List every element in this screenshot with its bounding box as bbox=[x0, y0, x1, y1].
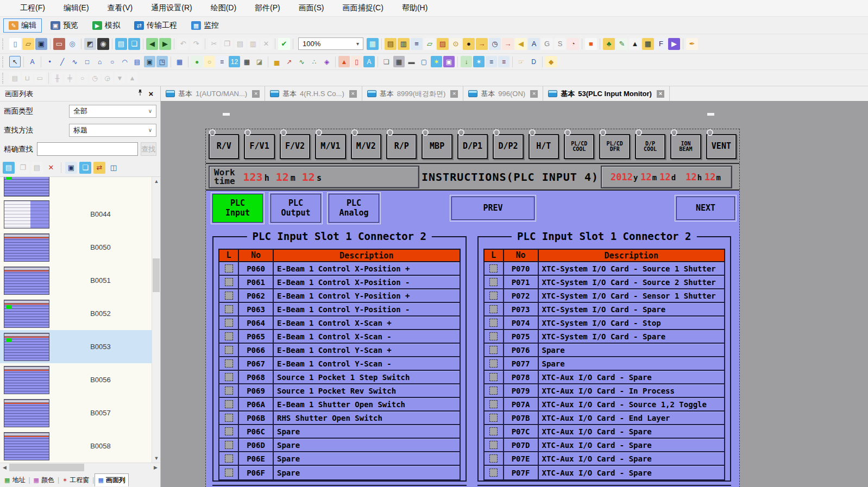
screen-property-icon[interactable]: ⇄ bbox=[93, 162, 105, 174]
screen-network-icon[interactable]: ◫ bbox=[108, 162, 119, 174]
io-row-p067[interactable]: P067E-Beam 1 Control Y-Scan - bbox=[219, 357, 460, 371]
screen-list-item-b0056[interactable]: B0056 bbox=[0, 363, 152, 396]
design-button-d-p[interactable]: D/P COOL bbox=[635, 134, 665, 159]
screen-title-text[interactable]: INSTRUCTIONS(PLC INPUT 4) bbox=[419, 170, 601, 184]
search-button[interactable]: 查找 bbox=[141, 142, 156, 156]
toolbar-grip[interactable] bbox=[2, 39, 6, 49]
meter-part-icon[interactable]: ◈ bbox=[321, 56, 332, 67]
io-row-p079[interactable]: P079XTC-Aux I/O Card - In Process bbox=[485, 384, 725, 398]
csv-icon[interactable]: ▱ bbox=[424, 38, 436, 50]
io-row-p062[interactable]: P062E-Beam 1 Control Y-Position + bbox=[219, 289, 460, 303]
date-display-icon[interactable]: 12 bbox=[229, 56, 240, 67]
camera-icon[interactable]: ◉ bbox=[97, 38, 109, 50]
remote-monitor-icon[interactable]: ▢ bbox=[418, 56, 430, 67]
gesture-icon[interactable]: → bbox=[502, 38, 514, 50]
alarm-part-icon[interactable]: ▲ bbox=[338, 56, 350, 67]
lamp-indicator[interactable] bbox=[489, 305, 498, 313]
design-button-f-v2[interactable]: F/V2 bbox=[280, 134, 310, 159]
lamp-indicator[interactable] bbox=[489, 278, 498, 286]
operation-icon[interactable]: → bbox=[476, 38, 488, 50]
screen-tab-996[interactable]: 基本996(ON)× bbox=[463, 86, 543, 101]
io-row-p07c[interactable]: P07CXTC-Aux I/O Card - Spare bbox=[485, 425, 725, 439]
lamp-part-icon[interactable]: ○ bbox=[204, 56, 215, 67]
recipe-part-icon[interactable]: ≡ bbox=[216, 56, 228, 67]
menu-item-帮助H[interactable]: 帮助(H) bbox=[393, 3, 437, 13]
io-row-p069[interactable]: P069Source 1 Pocket Rev Switch bbox=[219, 384, 460, 398]
bar-graph-icon[interactable]: ▅ bbox=[271, 56, 282, 67]
design-button-h-t[interactable]: H/T bbox=[529, 134, 559, 159]
image-tool-icon[interactable]: ▣ bbox=[144, 56, 155, 67]
text-display-icon[interactable]: A bbox=[363, 56, 375, 67]
switch-part-icon[interactable]: ● bbox=[191, 56, 203, 67]
io-row-p06e[interactable]: P06ESpare bbox=[219, 452, 460, 466]
io-row-p064[interactable]: P064E-Beam 1 Control X-Scan + bbox=[219, 317, 460, 330]
preview-screen-icon[interactable]: ▣ bbox=[65, 162, 77, 174]
plc-analog-button[interactable]: PLC Analog bbox=[329, 194, 379, 223]
io-row-p07e[interactable]: P07EXTC-Aux I/O Card - Spare bbox=[485, 452, 725, 466]
flag-icon[interactable]: ✒ bbox=[686, 38, 698, 50]
env-tree-icon[interactable]: ♣ bbox=[603, 38, 615, 50]
screen-list-item-b0058[interactable]: B0058 bbox=[0, 429, 152, 463]
set-overlay-icon[interactable]: ↓ bbox=[461, 56, 472, 67]
design-button-d-p2[interactable]: D/P2 bbox=[493, 134, 523, 159]
video-display-icon[interactable]: ▣ bbox=[443, 56, 455, 67]
font-pages-icon[interactable]: F bbox=[655, 38, 667, 50]
scroll-right-icon[interactable]: ▶ bbox=[151, 463, 160, 472]
d-script-icon[interactable]: D bbox=[528, 56, 539, 67]
design-button-m-v2[interactable]: M/V2 bbox=[351, 134, 381, 159]
alarm-list-icon[interactable]: ▯ bbox=[351, 56, 362, 67]
scale-tool-icon[interactable]: ▤ bbox=[131, 56, 143, 67]
vertical-scrollbar[interactable]: ▲ ▼ bbox=[152, 177, 160, 463]
screen-list-item-b0044[interactable]: B0044 bbox=[0, 198, 152, 231]
lamp-indicator[interactable] bbox=[225, 292, 233, 300]
io-row-p06a[interactable]: P06AE-Beam 1 Shutter Open Switch bbox=[219, 398, 460, 412]
screen-settings-icon[interactable]: ▥ bbox=[398, 38, 410, 50]
lamp-indicator[interactable] bbox=[225, 414, 233, 422]
work-time-panel[interactable]: Work time 123h12m12s bbox=[209, 166, 419, 188]
screen-type-select[interactable]: 全部 ∨ bbox=[69, 105, 156, 118]
design-button-vent[interactable]: VENT bbox=[706, 134, 737, 159]
save-project-icon[interactable]: ▣ bbox=[35, 38, 47, 50]
mode-button-transfer[interactable]: ⇄传输工程 bbox=[129, 18, 183, 33]
time-settings-icon[interactable]: ◷ bbox=[489, 38, 501, 50]
io-row-p07a[interactable]: P07AXTC-Aux I/O Card - Source 1,2 Toggle bbox=[485, 398, 725, 412]
new-project-icon[interactable]: ▯ bbox=[9, 38, 21, 50]
scroll-up-icon[interactable]: ▲ bbox=[152, 177, 160, 186]
canvas-handle[interactable] bbox=[707, 113, 714, 116]
script-edit-icon[interactable]: ✎ bbox=[616, 38, 628, 50]
data-list-edit-icon[interactable]: ≡ bbox=[498, 56, 510, 67]
lamp-indicator[interactable] bbox=[225, 469, 233, 477]
search-method-select[interactable]: 标题 ∨ bbox=[69, 124, 156, 137]
open-prev-screen-icon[interactable]: ◀ bbox=[146, 38, 158, 50]
datetime-panel[interactable]: 2012y12m12d12h12m bbox=[601, 166, 732, 188]
design-button-r-v[interactable]: R/V bbox=[209, 134, 239, 159]
screen-tab-1[interactable]: 基本1(AUTO/MAN...)× bbox=[161, 86, 265, 101]
screen-list-item-b0051[interactable]: B0051 bbox=[0, 264, 152, 297]
fit-screen-icon[interactable]: ▦ bbox=[367, 38, 379, 50]
dock-tab-address[interactable]: ▦地址 bbox=[2, 474, 28, 486]
close-tab-icon[interactable]: × bbox=[252, 90, 260, 98]
film-doc-icon[interactable]: ▦ bbox=[642, 38, 654, 50]
io-row-p063[interactable]: P063E-Beam 1 Control Y-Position - bbox=[219, 303, 460, 317]
lamp-indicator[interactable] bbox=[489, 292, 498, 300]
prev-button[interactable]: PREV bbox=[451, 197, 534, 220]
rocket-icon[interactable]: ▲ bbox=[629, 38, 641, 50]
screen-tab-8999[interactable]: 基本8999(배경화면)× bbox=[362, 86, 464, 101]
open-next-screen-icon[interactable]: ▶ bbox=[159, 38, 171, 50]
lamp-indicator[interactable] bbox=[489, 469, 498, 477]
io-row-p073[interactable]: P073XTC-System I/O Card - Spare bbox=[485, 303, 725, 317]
plc-input-button[interactable]: PLC Input bbox=[212, 194, 263, 223]
next-button[interactable]: NEXT bbox=[676, 197, 735, 220]
grid-display-icon[interactable]: ▦ bbox=[241, 56, 253, 67]
mode-button-edit[interactable]: ✎编辑 bbox=[3, 18, 42, 33]
pin-icon[interactable] bbox=[136, 90, 144, 98]
lamp-indicator[interactable] bbox=[225, 319, 233, 327]
error-check-icon[interactable]: ✔ bbox=[278, 38, 290, 50]
got-env-settings-icon[interactable]: ▤ bbox=[385, 38, 397, 50]
select-tool-icon[interactable]: ↖ bbox=[9, 56, 21, 67]
design-button-m-v1[interactable]: M/V1 bbox=[315, 134, 345, 159]
canvas-handle[interactable] bbox=[223, 113, 230, 116]
lamp-indicator[interactable] bbox=[225, 454, 233, 463]
security-icon[interactable]: ● bbox=[463, 38, 475, 50]
global-s-icon[interactable]: S bbox=[554, 38, 566, 50]
